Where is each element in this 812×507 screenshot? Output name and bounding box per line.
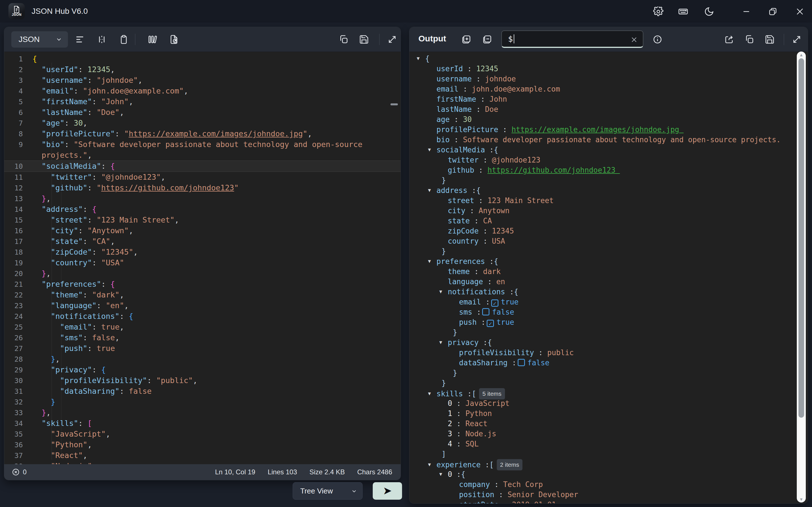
code-line[interactable]: 18 "zipCode": "12345", [4,247,401,258]
collapse-triangle-icon[interactable]: ▼ [428,459,437,469]
format-icon[interactable] [75,34,85,45]
code-line[interactable]: 24 "notifications": { [4,311,401,322]
tree-row[interactable]: } [409,175,808,185]
tree-row[interactable]: ▼socialMedia :{ [409,145,808,155]
file-export-icon[interactable] [169,34,179,45]
code-line[interactable]: 33 }, [4,407,401,418]
code-line[interactable]: 9 "bio": "Software developer passionate … [4,139,401,150]
code-line[interactable]: 38 "Node.js", [4,461,401,464]
share-icon[interactable] [724,34,734,45]
tree-row[interactable]: theme : dark [409,267,808,277]
tree-row[interactable]: ▼skills :[5 items [409,388,808,398]
tree-row[interactable]: ▼notifications :{ [409,287,808,297]
tree-row[interactable]: profilePicture : https://example.com/ima… [409,124,808,135]
save-icon[interactable] [359,34,369,45]
code-line[interactable]: 11 "twitter": "@johndoe123", [4,172,401,182]
code-line[interactable]: 12 "github": "https://github.com/johndoe… [4,182,401,193]
checkbox-checked-icon[interactable]: ✓ [487,320,494,327]
collapse-triangle-icon[interactable]: ▼ [439,337,448,347]
tree-row[interactable]: 2 : React [409,418,808,429]
tree-row[interactable]: github : https://github.com/johndoe123 [409,165,808,175]
collapse-triangle-icon[interactable]: ▼ [439,469,448,479]
save-icon[interactable] [765,34,775,45]
tree-row[interactable]: } [409,378,808,388]
tree-row[interactable]: age : 30 [409,114,808,124]
code-line[interactable]: 23 "language": "en", [4,300,401,311]
tree-scrollbar[interactable]: ▲ ▼ [797,52,806,503]
tree-row[interactable]: country : USA [409,236,808,246]
tree-row[interactable]: language : en [409,277,808,287]
tree-row[interactable]: push :✓true [409,317,808,327]
checkbox-unchecked-icon[interactable] [518,359,525,366]
collapse-all-icon[interactable] [482,34,492,45]
scrollbar-thumb[interactable] [799,58,804,418]
code-line[interactable]: 20 }, [4,268,401,279]
code-line[interactable]: 26 "sms": false, [4,332,401,343]
code-line[interactable]: 32 } [4,397,401,407]
tree-row[interactable]: state : CA [409,216,808,226]
code-line-current[interactable]: 10 "socialMedia": { [4,161,401,172]
code-line[interactable]: 34 "skills": [ [4,418,401,429]
collapse-triangle-icon[interactable]: ▼ [417,53,425,63]
checkbox-checked-icon[interactable]: ✓ [491,299,499,307]
tree-row[interactable]: } [409,368,808,378]
tree-row[interactable]: ▼address :{ [409,185,808,195]
copy-icon[interactable] [339,34,349,45]
theme-moon-icon[interactable] [704,6,714,17]
tree-row[interactable]: ▼{ [409,54,808,64]
code-line[interactable]: 5 "firstName": "John", [4,96,401,107]
tree-row[interactable]: email : john.doe@example.com [409,84,808,94]
jsonpath-search-input[interactable]: $ [501,31,644,48]
tree-row[interactable]: ▼preferences :{ [409,256,808,267]
code-line[interactable]: 28 }, [4,354,401,364]
info-icon[interactable] [652,34,663,45]
code-line[interactable]: 17 "state": "CA", [4,236,401,247]
scroll-position-marker[interactable] [391,103,398,105]
paste-icon[interactable] [119,34,129,45]
tree-row[interactable]: bio : Software developer passionate abou… [409,135,808,145]
tree-row[interactable]: startDate : 2019-01-01 [409,500,808,503]
tree-row[interactable]: firstName : John [409,94,808,104]
tree-row[interactable]: 0 : JavaScript [409,398,808,408]
close-icon[interactable] [795,6,805,17]
settings-icon[interactable] [653,6,664,17]
language-select[interactable]: JSON [11,31,68,48]
tree-row[interactable]: street : 123 Main Street [409,195,808,206]
tree-row[interactable]: } [409,327,808,337]
code-line[interactable]: 13 }, [4,193,401,204]
code-line[interactable]: 30 "profileVisibility": "public", [4,375,401,386]
collapse-triangle-icon[interactable]: ▼ [428,256,437,266]
scroll-down-icon[interactable]: ▼ [797,497,806,502]
code-line[interactable]: 19 "country": "USA" [4,258,401,268]
code-line[interactable]: 22 "theme": "dark", [4,290,401,300]
tree-row[interactable]: 1 : Python [409,408,808,418]
tree-row[interactable]: 4 : SQL [409,439,808,449]
tree-row[interactable]: userId : 12345 [409,64,808,74]
code-line[interactable]: 16 "city": "Anytown", [4,225,401,236]
tree-row[interactable]: twitter : @johndoe123 [409,155,808,165]
tree-row[interactable]: ] [409,449,808,459]
code-line[interactable]: 29 "privacy": { [4,364,401,375]
code-line[interactable]: 8 "profilePicture": "https://example.com… [4,128,401,139]
tree-row[interactable]: dataSharing :false [409,358,808,368]
tree-row[interactable]: lastName : Doe [409,104,808,114]
tree-row[interactable]: sms :false [409,307,808,317]
code-editor[interactable]: 1{2 "userId": 12345,3 "username": "johnd… [4,52,401,464]
tree-row[interactable]: position : Senior Developer [409,490,808,500]
code-line[interactable]: 21 "preferences": { [4,279,401,290]
code-line[interactable]: 3 "username": "johndoe", [4,75,401,86]
copy-icon[interactable] [744,34,755,45]
tree-row[interactable]: company : Tech Corp [409,480,808,490]
minimize-icon[interactable] [741,6,752,17]
code-line[interactable]: 14 "address": { [4,204,401,215]
keyboard-icon[interactable] [678,6,689,17]
columns-icon[interactable] [147,34,158,45]
json-tree-view[interactable]: ▼{userId : 12345username : johndoeemail … [409,52,808,503]
code-line[interactable]: 25 "email": true, [4,322,401,332]
code-line[interactable]: 27 "push": true [4,343,401,354]
tree-row[interactable]: ▼privacy :{ [409,337,808,348]
code-line[interactable]: 1{ [4,54,401,64]
tree-row[interactable]: 3 : Node.js [409,429,808,439]
checkbox-unchecked-icon[interactable] [482,308,490,316]
code-line[interactable]: 2 "userId": 12345, [4,64,401,75]
